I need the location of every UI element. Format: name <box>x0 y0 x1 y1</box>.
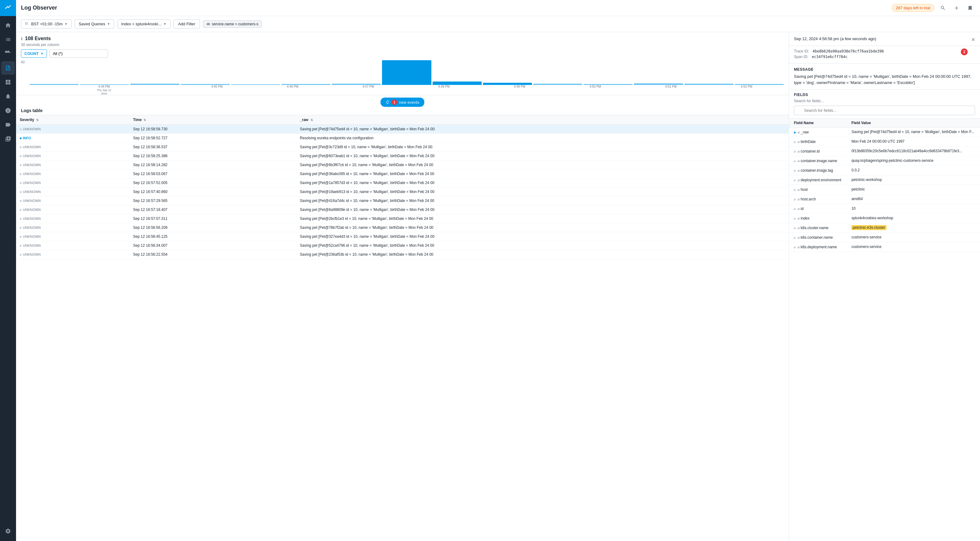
time-cell: Sep 12 16:58:25.388 <box>129 152 296 161</box>
field-row[interactable]: ▶a container.image.tag0.0.2 <box>789 166 980 176</box>
field-row[interactable]: ▶a indexsplunk4rookies-workshop <box>789 214 980 223</box>
table-row[interactable]: UNKNOWNSep 12 16:57:29.565Saving pet [Pe… <box>16 196 789 205</box>
plus-icon-btn[interactable] <box>951 3 961 13</box>
field-type-icon: a <box>798 244 800 249</box>
count-label: COUNT <box>24 51 38 56</box>
service-filter-pill[interactable]: service.name = customers-s <box>203 21 262 28</box>
toolbar: BST +01:00 -15m ▼ Saved Queries ▼ Index … <box>16 16 980 32</box>
field-row[interactable]: ▶a container.id0f13b88359c20c5e6b7edcc61… <box>789 147 980 156</box>
index-filter-btn[interactable]: Index = splunk4rooki... ▼ <box>117 19 170 29</box>
field-name-header: Field Name <box>789 118 846 128</box>
table-row[interactable]: UNKNOWNSep 12 16:56:22.554Saving pet [Pe… <box>16 250 789 259</box>
index-filter-label: Index = splunk4rooki... <box>121 22 161 26</box>
severity-dot-unknown <box>20 254 22 256</box>
field-name-cell: ▶a host.arch <box>789 195 846 204</box>
field-row[interactable]: ▶a _rawSaving pet [Pet@74d75ed4 id = 10,… <box>789 128 980 137</box>
table-row[interactable]: UNKNOWNSep 12 16:56:45.125Saving pet [Pe… <box>16 232 789 241</box>
table-row[interactable]: UNKNOWNSep 12 16:58:58.730Saving pet [Pe… <box>16 125 789 134</box>
chevron-right-icon: ▶ <box>794 169 796 172</box>
field-row[interactable]: ▶a birthDateMon Feb 24 00:00:00 UTC 1997 <box>789 137 980 147</box>
sidebar-nav <box>0 16 16 524</box>
new-events-button[interactable]: 1 new events <box>380 97 424 107</box>
sidebar-item-detectors[interactable] <box>1 104 15 117</box>
bookmark-icon-btn[interactable] <box>965 3 975 13</box>
table-row[interactable]: UNKNOWNSep 12 16:58:25.388Saving pet [Pe… <box>16 152 789 161</box>
field-name: host <box>801 187 808 192</box>
chart-bars <box>21 60 784 85</box>
sidebar-item-logs[interactable] <box>1 61 15 75</box>
detail-message: MESSAGE Saving pet [Pet@74d75ed4 id = 10… <box>789 64 980 89</box>
time-cell: Sep 12 16:56:34.007 <box>129 241 296 250</box>
sidebar-item-rum[interactable] <box>1 132 15 146</box>
chart-bar-14 <box>735 84 784 85</box>
svg-rect-1 <box>25 22 26 23</box>
time-range-label: BST +01:00 -15m <box>31 22 63 26</box>
severity-label: UNKNOWN <box>23 181 41 185</box>
saved-queries-btn[interactable]: Saved Queries ▼ <box>75 19 114 29</box>
field-row[interactable]: ▶a deployment.environmentpetclinic-works… <box>789 176 980 185</box>
close-button[interactable]: × <box>971 37 975 43</box>
sidebar-item-dashboards[interactable] <box>1 75 15 89</box>
all-input[interactable] <box>49 49 108 58</box>
table-row[interactable]: UNKNOWNSep 12 16:57:52.005Saving pet [Pe… <box>16 179 789 187</box>
table-row[interactable]: UNKNOWNSep 12 16:58:03.067Saving pet [Pe… <box>16 169 789 179</box>
field-type-icon: a <box>798 225 800 230</box>
severity-dot-unknown <box>20 164 22 166</box>
field-value-cell: 10 <box>846 204 980 214</box>
chart-bar-3 <box>181 84 230 85</box>
severity-label: UNKNOWN <box>23 235 41 238</box>
severity-label: INFO <box>23 136 31 140</box>
search-icon-btn[interactable] <box>938 3 948 13</box>
severity-dot-unknown <box>20 227 22 229</box>
sidebar-item-infra[interactable] <box>1 47 15 61</box>
time-range-caret: ▼ <box>65 22 68 26</box>
expand-icon[interactable]: ▶ <box>794 131 796 134</box>
field-value-cell: splunk4rookies-workshop <box>846 214 980 223</box>
time-range-btn[interactable]: BST +01:00 -15m ▼ <box>21 19 72 29</box>
events-sub: 30 seconds per column <box>21 43 784 47</box>
field-name-cell: ▶a container.image.name <box>789 156 846 166</box>
table-row[interactable]: UNKNOWNSep 12 16:57:07.311Saving pet [Pe… <box>16 214 789 223</box>
severity-cell: UNKNOWN <box>16 125 129 134</box>
table-row[interactable]: INFOSep 12 16:58:52.727Resolving eureka … <box>16 134 789 143</box>
table-row[interactable]: UNKNOWNSep 12 16:58:36.537Saving pet [Pe… <box>16 143 789 152</box>
chart-bar-10 <box>533 84 582 85</box>
field-row[interactable]: ▶a k8s.container.namecustomers-service <box>789 233 980 243</box>
field-row[interactable]: ▶a k8s.deployment.namecustomers-service <box>789 243 980 252</box>
field-value-cell: Mon Feb 24 00:00:00 UTC 1997 <box>846 137 980 147</box>
chevron-right-icon: ▶ <box>794 198 796 201</box>
span-id-label: Span ID: <box>794 55 808 59</box>
table-row[interactable]: UNKNOWNSep 12 16:56:34.007Saving pet [Pe… <box>16 241 789 250</box>
severity-dot-unknown <box>20 200 22 202</box>
field-name: container.image.tag <box>801 168 833 172</box>
table-row[interactable]: UNKNOWNSep 12 16:57:18.407Saving pet [Pe… <box>16 205 789 214</box>
sidebar-item-apm[interactable] <box>1 33 15 46</box>
chevron-right-icon: ▶ <box>794 150 796 153</box>
logs-tbody: UNKNOWNSep 12 16:58:58.730Saving pet [Pe… <box>16 125 789 259</box>
count-dropdown[interactable]: COUNT ▼ <box>21 49 47 58</box>
field-row[interactable]: ▶a hostpetclinic <box>789 185 980 195</box>
fields-search-input[interactable] <box>794 105 975 115</box>
sidebar-item-tag[interactable] <box>1 118 15 132</box>
field-row[interactable]: ▶a id10 <box>789 204 980 214</box>
field-row[interactable]: ▶a host.archamd64 <box>789 195 980 204</box>
sidebar-item-settings[interactable] <box>1 524 15 538</box>
table-row[interactable]: UNKNOWNSep 12 16:58:14.282Saving pet [Pe… <box>16 161 789 169</box>
chart-xlabel-6: 4:50 PM <box>558 85 632 95</box>
field-row[interactable]: ▶a k8s.cluster.namepetclinic-k3s-cluster <box>789 223 980 233</box>
table-row[interactable]: UNKNOWNSep 12 16:57:40.860Saving pet [Pe… <box>16 187 789 196</box>
chart-bar-12 <box>634 83 683 85</box>
detail-panel: Sep 12, 2024 4:58:58 pm (a few seconds a… <box>789 32 980 541</box>
sidebar <box>0 0 16 541</box>
sidebar-bottom <box>1 524 15 541</box>
severity-label: UNKNOWN <box>23 145 41 149</box>
field-row[interactable]: ▶a container.image.namequay.io/phagen/sp… <box>789 156 980 166</box>
sidebar-item-home[interactable] <box>1 19 15 32</box>
table-row[interactable]: UNKNOWNSep 12 16:56:56.209Saving pet [Pe… <box>16 223 789 232</box>
chart-bar-1 <box>80 84 129 85</box>
field-name-cell: ▶a k8s.cluster.name <box>789 223 846 233</box>
add-filter-button[interactable]: Add Filter <box>173 19 200 29</box>
splunk-logo[interactable] <box>0 0 16 16</box>
chevron-right-icon: ▶ <box>794 246 796 249</box>
sidebar-item-alerts[interactable] <box>1 89 15 103</box>
